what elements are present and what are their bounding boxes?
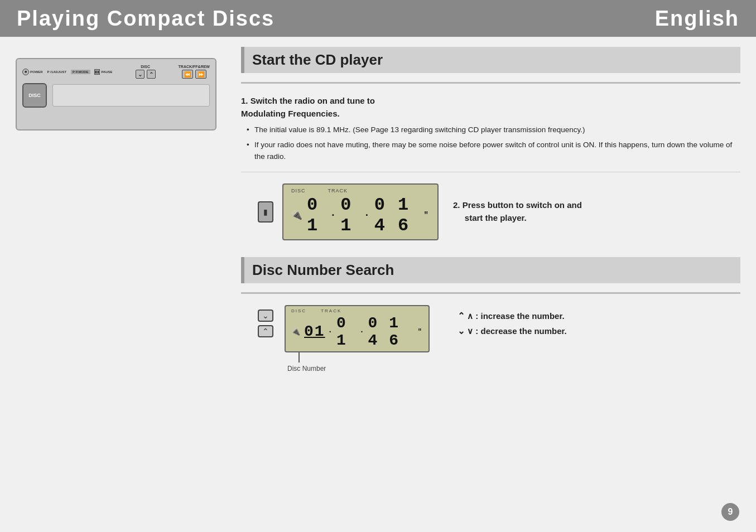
power-button-icon: ▮ [258, 201, 273, 223]
disc-number-annotation: Disc Number [287, 352, 432, 373]
step1-heading: 1. Switch the radio on and tune toModula… [241, 95, 740, 120]
lcd1-track-label: TRACK [328, 188, 348, 194]
disc-number-label: Disc Number [287, 365, 326, 373]
pause-btn: ▮▮ [94, 69, 100, 75]
power-button-small: ■ [22, 69, 29, 75]
right-content: Start the CD player 1. Switch the radio … [241, 47, 740, 373]
step1-area: 1. Switch the radio on and tune toModula… [241, 95, 740, 163]
section1-header: Start the CD player [241, 47, 740, 73]
disc-display-area: DISC TRACK 🔌 01 · 0 1 · 0 1 4 6 " [285, 305, 430, 373]
page-header: Playing Compact Discs English [0, 0, 756, 37]
chevron-up-btn[interactable]: ⌃ [258, 325, 273, 337]
step1-bottom-divider [241, 172, 740, 172]
pause-label: PAUSE [101, 70, 112, 74]
step1-bullets: • The initial value is 89.1 MHz. (See Pa… [241, 124, 740, 163]
decrease-label: ⌄ ∨ : decrease the number. [458, 326, 567, 336]
bullet-2: • If your radio does not have muting, th… [247, 139, 740, 163]
device-middle-row: DISC [22, 83, 210, 108]
lcd1-disc-label: DISC [291, 188, 306, 194]
arrow-labels: ⌃ ∧ : increase the number. ⌄ ∨ : decreas… [458, 311, 567, 341]
bullet-1: • The initial value is 89.1 MHz. (See Pa… [247, 124, 740, 136]
section1-divider [241, 82, 740, 84]
section1-title: Start the CD player [252, 51, 383, 68]
lcd2-top-labels: DISC TRACK [291, 308, 423, 313]
page-number: 9 [721, 503, 739, 521]
ff-btn: ⏩ [195, 70, 206, 79]
step1-text: 1. Switch the radio on and tune toModula… [241, 95, 740, 163]
lcd2-track-label: TRACK [321, 308, 341, 313]
cd-player-device: ■ POWER P /1ADJUST P P.MODE ▮▮ PAUSE DIS… [16, 58, 216, 130]
disc-chevrons: ⌄ ⌃ [258, 309, 273, 337]
lcd-display-2: DISC TRACK 🔌 01 · 0 1 · 0 1 4 6 " [285, 305, 430, 352]
lcd2-disc-label: DISC [291, 308, 306, 313]
disc-slot-icon: DISC [22, 83, 47, 108]
section2-header: Disc Number Search [241, 257, 740, 283]
device-top-controls: ■ POWER P /1ADJUST P P.MODE ▮▮ PAUSE DIS… [22, 65, 210, 79]
disc-down-btn: ⌄ [136, 70, 145, 79]
device-track-label: TRACK/FF&REW ⏪ ⏩ [179, 65, 210, 79]
page-title: Playing Compact Discs [17, 7, 275, 31]
increase-label: ⌃ ∧ : increase the number. [458, 311, 567, 321]
adjust-label: P /1ADJUST [47, 70, 67, 74]
device-left-buttons: ■ POWER P /1ADJUST P P.MODE ▮▮ PAUSE [22, 69, 113, 75]
lcd1-digits: 🔌 0 1 · 0 1 · 0 1 4 6 " [291, 195, 430, 236]
lcd2-digits: 🔌 01 · 0 1 · 0 1 4 6 " [291, 315, 423, 349]
chevron-down-btn[interactable]: ⌄ [258, 309, 273, 322]
section2-area: Disc Number Search ⌄ ⌃ DISC TRACK [241, 257, 740, 373]
disc-search-controls: ⌄ ⌃ DISC TRACK 🔌 01 · 0 1 [241, 305, 740, 373]
device-disc-label: DISC ⌄ ⌃ [136, 65, 156, 79]
power-label: POWER [30, 70, 43, 74]
device-illustration-area: ■ POWER P /1ADJUST P P.MODE ▮▮ PAUSE DIS… [16, 47, 228, 373]
section2-divider [241, 292, 740, 294]
lcd1-top-labels: DISC TRACK [291, 188, 348, 194]
disc-up-btn: ⌃ [147, 70, 156, 79]
device-screen-area [52, 84, 210, 107]
step2-area: ▮ DISC TRACK 🔌 0 1 · 0 1 · 0 1 4 6 " [258, 183, 740, 240]
language-label: English [655, 7, 739, 31]
pmode-label: P P.MODE [71, 70, 90, 74]
step2-heading: 2. Press button to switch on and start t… [453, 199, 582, 224]
annotation-line [298, 352, 300, 362]
lcd-display-1: DISC TRACK 🔌 0 1 · 0 1 · 0 1 4 6 " [282, 183, 439, 240]
rew-btn: ⏪ [182, 70, 193, 79]
step2-text: 2. Press button to switch on and start t… [453, 199, 582, 224]
main-content: ■ POWER P /1ADJUST P P.MODE ▮▮ PAUSE DIS… [0, 37, 756, 383]
section2-title: Disc Number Search [252, 262, 394, 278]
